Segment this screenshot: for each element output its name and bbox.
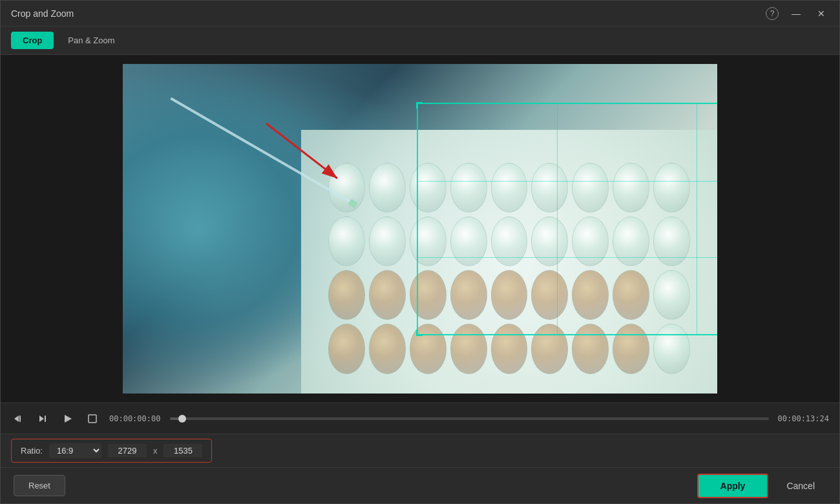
crop-handle-topleft[interactable] <box>416 102 423 109</box>
height-input[interactable] <box>163 444 202 457</box>
well <box>369 163 406 213</box>
cancel-button[interactable]: Cancel <box>775 475 826 497</box>
ratio-group: Ratio: 16:9 4:3 1:1 9:16 Custom x <box>11 439 212 463</box>
ratio-select[interactable]: 16:9 4:3 1:1 9:16 Custom <box>49 443 101 458</box>
tab-pan-zoom[interactable]: Pan & Zoom <box>56 32 126 49</box>
video-container <box>1 55 839 403</box>
tabs-bar: Crop Pan & Zoom <box>1 26 839 55</box>
rewind-button[interactable] <box>11 411 26 426</box>
timeline-track[interactable] <box>170 417 769 420</box>
well <box>328 324 365 373</box>
crop-grid-line <box>418 181 717 182</box>
fullscreen-button[interactable] <box>85 411 100 426</box>
help-button[interactable]: ? <box>766 7 779 20</box>
svg-marker-2 <box>14 415 19 422</box>
titlebar: Crop and Zoom ? — ✕ <box>1 1 839 26</box>
action-right: Apply Cancel <box>697 474 826 498</box>
window-title: Crop and Zoom <box>11 8 766 19</box>
end-time: 00:00:13:24 <box>778 414 829 423</box>
step-forward-button[interactable] <box>36 411 51 426</box>
current-time: 00:00:00:00 <box>109 414 161 423</box>
crop-settings-bar: Ratio: 16:9 4:3 1:1 9:16 Custom x <box>1 434 839 467</box>
main-window: Crop and Zoom ? — ✕ Crop Pan & Zoom <box>0 0 840 504</box>
svg-line-1 <box>266 123 337 178</box>
play-button[interactable] <box>60 411 76 426</box>
svg-marker-4 <box>39 415 44 422</box>
well <box>369 270 406 320</box>
well <box>328 216 365 266</box>
well <box>369 324 406 373</box>
width-input[interactable] <box>108 444 147 457</box>
video-frame <box>123 64 717 394</box>
red-arrow <box>253 114 357 194</box>
close-button[interactable]: ✕ <box>814 8 829 19</box>
reset-button[interactable]: Reset <box>14 475 65 496</box>
crop-selection-box[interactable] <box>417 103 717 335</box>
x-separator: x <box>153 446 158 456</box>
apply-button[interactable]: Apply <box>697 474 769 498</box>
svg-rect-5 <box>45 415 46 422</box>
ratio-label: Ratio: <box>21 446 43 456</box>
timeline-thumb[interactable] <box>178 415 186 423</box>
svg-rect-3 <box>19 415 21 422</box>
playback-bar: 00:00:00:00 00:00:13:24 <box>1 403 839 434</box>
svg-rect-7 <box>89 415 96 423</box>
svg-marker-6 <box>65 415 72 423</box>
crop-grid-line <box>697 104 697 334</box>
well <box>328 270 365 320</box>
minimize-button[interactable]: — <box>788 8 804 19</box>
crop-grid-line <box>418 257 717 258</box>
well <box>369 216 406 266</box>
titlebar-controls: ? — ✕ <box>766 7 829 20</box>
crop-handle-bottomleft[interactable] <box>416 330 423 336</box>
tab-crop[interactable]: Crop <box>11 32 54 49</box>
crop-grid-line <box>557 104 558 334</box>
action-bar: Reset Apply Cancel <box>1 467 839 503</box>
